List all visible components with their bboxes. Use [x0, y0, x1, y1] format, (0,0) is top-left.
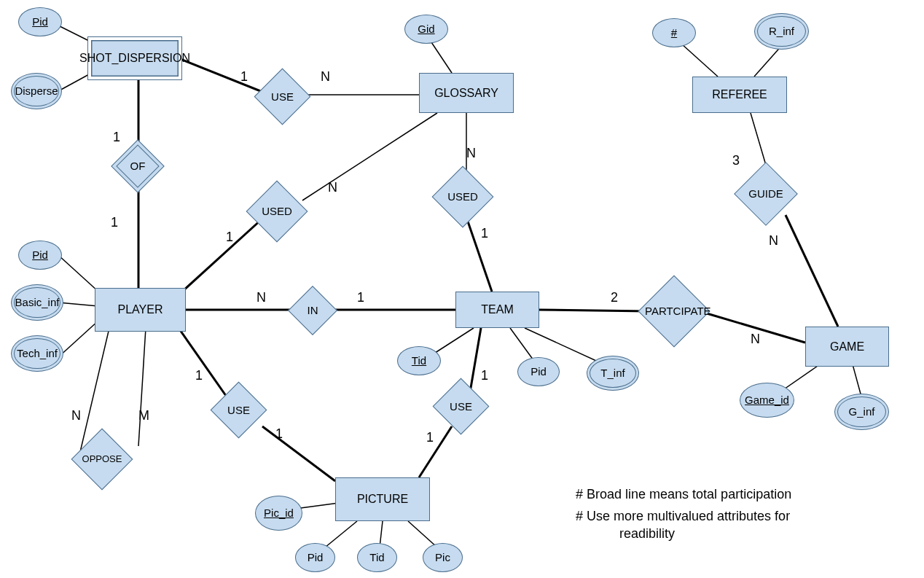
svg-line-13	[58, 321, 98, 357]
attr-label: Pid	[308, 552, 324, 564]
card-usetmpic-pic: 1	[426, 430, 434, 445]
attr-label: Pid	[32, 16, 48, 28]
card-of-pl: 1	[111, 215, 118, 230]
attr-pic-pic: Pic	[423, 543, 463, 572]
attr-pic-tid: Tid	[357, 543, 397, 572]
entity-team: TEAM	[455, 292, 539, 328]
svg-line-19	[539, 310, 649, 311]
entity-label: GLOSSARY	[434, 87, 498, 100]
svg-line-24	[786, 215, 838, 327]
svg-line-30	[262, 426, 335, 481]
rel-guide: GUIDE	[743, 171, 788, 216]
svg-line-32	[419, 426, 452, 477]
card-use-sd: 1	[240, 69, 248, 85]
attr-sd-disperse: Disperse	[11, 73, 62, 109]
svg-line-8	[182, 219, 262, 292]
attr-tm-tinf: T_inf	[587, 356, 639, 391]
attr-label: G_inf	[849, 406, 875, 418]
card-opp-a: N	[71, 408, 81, 423]
attr-label: Pic	[435, 552, 450, 564]
attr-label: T_inf	[600, 367, 625, 380]
attr-pic-pid: Pid	[295, 543, 335, 572]
attr-label: Game_id	[745, 394, 789, 407]
entity-label: GAME	[830, 340, 864, 354]
card-part-gm: N	[751, 332, 760, 347]
attr-label: Tid	[369, 552, 384, 564]
svg-line-6	[430, 40, 452, 73]
card-opp-b: M	[138, 408, 149, 423]
er-diagram-canvas: SHOT_DISPERSION GLOSSARY REFEREE PLAYER …	[0, 0, 924, 578]
attr-label: #	[671, 27, 677, 39]
entity-shot-dispersion: SHOT_DISPERSION	[87, 36, 182, 80]
attr-sd-pid: Pid	[18, 7, 62, 36]
attr-label: Pic_id	[264, 507, 294, 520]
attr-tm-tid: Tid	[397, 346, 441, 375]
card-use-gl: N	[321, 69, 330, 85]
entity-label: PICTURE	[357, 493, 408, 506]
svg-line-21	[681, 44, 718, 77]
attr-label: Gid	[418, 23, 434, 36]
note-1: # Broad line means total participation	[576, 487, 791, 502]
note-2: # Use more multivalued attributes for	[576, 509, 790, 524]
attr-pl-pid: Pid	[18, 241, 62, 270]
card-usedpl-gl: N	[328, 180, 337, 195]
attr-label: Pid	[530, 366, 547, 378]
attr-label: Disperse	[15, 85, 58, 98]
attr-pic-picid: Pic_id	[255, 496, 302, 531]
card-of-sd: 1	[113, 130, 120, 145]
rel-in: IN	[295, 293, 330, 328]
entity-label: SHOT_DISPERSION	[79, 52, 190, 65]
entity-picture: PICTURE	[335, 477, 430, 521]
card-in-pl: N	[257, 290, 266, 305]
rel-used-pl-gl: USED	[255, 190, 299, 233]
note-3: readibility	[619, 526, 675, 542]
attr-pl-tech: Tech_inf	[11, 335, 63, 372]
card-usetmpic-tm: 1	[481, 368, 488, 383]
attr-label: Tid	[412, 355, 426, 367]
entity-label: PLAYER	[118, 303, 163, 316]
attr-label: Pid	[32, 249, 48, 262]
entity-label: TEAM	[481, 303, 513, 316]
rel-oppose: OPPOSE	[80, 437, 124, 481]
entity-label: REFEREE	[712, 88, 767, 101]
attr-tm-pid: Pid	[517, 357, 560, 386]
svg-line-12	[58, 302, 98, 306]
attr-ref-hash: #	[652, 18, 696, 47]
attr-ref-rinf: R_inf	[754, 13, 809, 50]
rel-used-tm-gl: USED	[441, 175, 485, 219]
card-guide-gm: N	[769, 233, 778, 249]
rel-use-sd-gl: USE	[262, 77, 302, 117]
card-usedtm-tm: 1	[481, 226, 488, 241]
card-usedpl-pl: 1	[226, 230, 233, 245]
attr-gm-ginf: G_inf	[834, 394, 889, 430]
card-part-tm: 2	[611, 290, 618, 305]
attr-gm-gameid: Game_id	[740, 383, 794, 418]
rel-use-pl-pic: USE	[219, 390, 259, 430]
entity-player: PLAYER	[95, 288, 186, 332]
rel-of: OF	[119, 147, 157, 185]
entity-referee: REFEREE	[692, 77, 787, 113]
svg-line-11	[58, 255, 98, 292]
card-guide-ref: 3	[732, 153, 740, 168]
attr-gl-gid: Gid	[404, 15, 448, 44]
svg-line-7	[302, 113, 437, 200]
attr-label: R_inf	[769, 26, 794, 38]
card-useplpic-pic: 1	[275, 426, 283, 442]
svg-line-31	[470, 328, 481, 392]
rel-use-tm-pic: USE	[441, 386, 481, 426]
rel-participate: PARTCIPATE	[649, 286, 700, 337]
attr-pl-basic: Basic_inf	[11, 284, 63, 321]
entity-glossary: GLOSSARY	[419, 73, 514, 113]
svg-line-2	[179, 58, 270, 95]
attr-label: Tech_inf	[17, 348, 58, 360]
card-useplpic-pl: 1	[195, 368, 203, 383]
card-usedtm-gl: N	[466, 146, 476, 161]
card-in-tm: 1	[357, 290, 364, 305]
svg-line-28	[138, 328, 146, 446]
entity-game: GAME	[805, 327, 889, 367]
attr-label: Basic_inf	[15, 297, 60, 309]
